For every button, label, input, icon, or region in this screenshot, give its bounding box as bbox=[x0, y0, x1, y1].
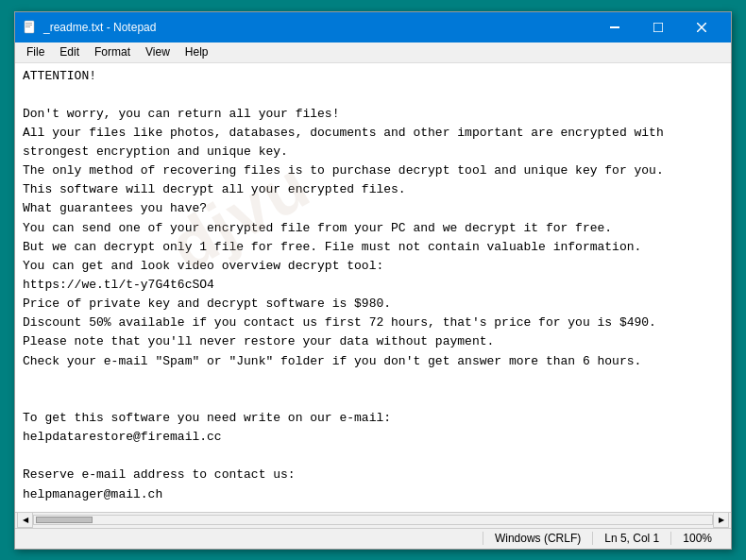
close-button[interactable] bbox=[680, 12, 723, 42]
notepad-window: _readme.txt - Notepad File Edit Format V… bbox=[14, 11, 732, 550]
window-title: _readme.txt - Notepad bbox=[43, 21, 593, 34]
svg-rect-3 bbox=[25, 26, 30, 27]
title-bar: _readme.txt - Notepad bbox=[15, 12, 731, 42]
svg-rect-1 bbox=[25, 23, 32, 24]
svg-rect-5 bbox=[653, 23, 663, 32]
scroll-left-button[interactable]: ◀ bbox=[17, 512, 33, 528]
status-line-col: Ln 5, Col 1 bbox=[592, 532, 670, 545]
content-area: djvu ATTENTION! Don't worry, you can ret… bbox=[15, 63, 731, 512]
menu-help[interactable]: Help bbox=[178, 43, 216, 60]
scrollbar-track[interactable] bbox=[33, 515, 713, 525]
window-controls bbox=[593, 12, 723, 42]
scroll-right-button[interactable]: ▶ bbox=[713, 512, 729, 528]
scrollbar-horizontal[interactable]: ◀ ▶ bbox=[15, 512, 731, 528]
menu-file[interactable]: File bbox=[19, 43, 52, 60]
svg-rect-4 bbox=[610, 26, 619, 28]
status-encoding: Windows (CRLF) bbox=[483, 532, 592, 545]
minimize-button[interactable] bbox=[593, 12, 636, 42]
menu-edit[interactable]: Edit bbox=[52, 43, 87, 60]
status-zoom: 100% bbox=[670, 532, 723, 545]
scrollbar-thumb[interactable] bbox=[36, 517, 93, 523]
menu-format[interactable]: Format bbox=[87, 43, 138, 60]
menu-bar: File Edit Format View Help bbox=[15, 42, 731, 63]
text-editor[interactable]: ATTENTION! Don't worry, you can return a… bbox=[15, 63, 731, 512]
svg-rect-2 bbox=[25, 25, 32, 25]
notepad-icon bbox=[23, 20, 38, 35]
menu-view[interactable]: View bbox=[138, 43, 178, 60]
status-bar: Windows (CRLF) Ln 5, Col 1 100% bbox=[15, 528, 731, 549]
maximize-button[interactable] bbox=[636, 12, 680, 42]
